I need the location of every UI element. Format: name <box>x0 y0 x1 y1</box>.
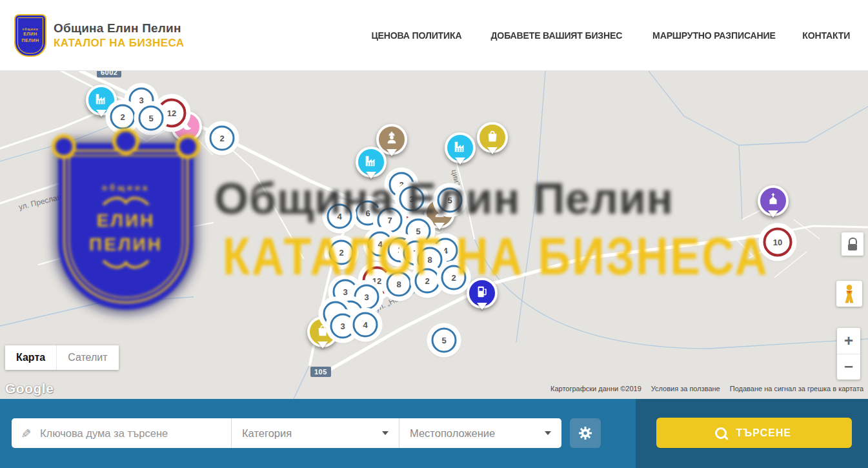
cluster-marker-5[interactable]: 5 <box>432 328 457 353</box>
fuel-icon <box>475 285 489 301</box>
church-icon <box>766 192 780 209</box>
crest-name-line2: ПЕЛИН <box>21 38 39 43</box>
factory-icon <box>453 139 467 156</box>
attribution-link[interactable]: Подаване на сигнал за грешка в картата <box>730 385 863 392</box>
keyword-search-input[interactable] <box>39 427 222 440</box>
zoom-in-button[interactable]: + <box>837 328 860 354</box>
nav-item-3[interactable]: КОНТАКТИ <box>803 30 851 41</box>
category-dropdown[interactable]: Категория <box>231 418 399 448</box>
cluster-marker-7[interactable]: 7 <box>378 208 403 233</box>
cluster-marker-2[interactable]: 2 <box>441 265 467 290</box>
zoom-control: + − <box>837 328 860 380</box>
cluster-marker-2[interactable]: 2 <box>110 105 136 130</box>
location-dropdown[interactable]: Местоположение <box>399 418 561 448</box>
worker-icon <box>385 131 399 148</box>
map-canvas[interactable]: 6002105 ул. Преславбул. „Новоселции" 321… <box>0 71 868 399</box>
cluster-marker-5[interactable]: 5 <box>406 219 431 244</box>
map-type-control: Карта Сателит <box>5 345 119 370</box>
chevron-down-icon <box>545 431 551 435</box>
nav-item-0[interactable]: ЦЕНОВА ПОЛИТИКА <box>372 30 462 41</box>
crest-name-line1: ЕЛИН <box>23 32 37 37</box>
attribution-link[interactable]: Условия за ползване <box>651 385 720 392</box>
pegman-icon <box>841 284 858 303</box>
factory-icon <box>94 92 108 108</box>
attribution-text: Картографски данни ©2019 <box>550 385 641 392</box>
cluster-marker-4[interactable]: 4 <box>327 204 352 229</box>
bag-pin[interactable] <box>477 122 508 153</box>
gear-icon <box>578 426 592 440</box>
factory-pin[interactable] <box>445 132 476 163</box>
location-dropdown-label: Местоположение <box>410 427 495 440</box>
cluster-marker-8[interactable]: 8 <box>387 272 412 297</box>
pencil-icon: ✎ <box>18 428 33 438</box>
cluster-marker-5[interactable]: 5 <box>438 188 463 213</box>
street-view-pegman-button[interactable] <box>836 281 862 307</box>
crest-small-text: община <box>22 27 38 31</box>
main-nav: ЦЕНОВА ПОЛИТИКАДОБАВЕТЕ ВАШИЯТ БИЗНЕСМАР… <box>368 30 852 41</box>
fuel-pin[interactable] <box>467 278 498 309</box>
bag-icon <box>485 129 500 146</box>
cluster-marker-5[interactable]: 5 <box>139 106 164 131</box>
logo-group[interactable]: община ЕЛИН ПЕЛИН Община Елин Пелин КАТА… <box>14 14 184 57</box>
google-logo[interactable]: Google <box>5 381 54 396</box>
cluster-marker-6[interactable]: 6 <box>356 201 381 226</box>
factory-pin[interactable] <box>356 147 387 178</box>
site-subtitle: КАТАЛОГ НА БИЗНЕСА <box>54 37 184 50</box>
nav-item-1[interactable]: ДОБАВЕТЕ ВАШИЯТ БИЗНЕС <box>490 30 622 41</box>
fullscreen-lock-button[interactable] <box>842 232 863 256</box>
zoom-out-button[interactable]: − <box>837 354 860 380</box>
nav-item-2[interactable]: МАРШРУТНО РАЗПИСАНИЕ <box>652 30 776 41</box>
road-number-badge: 105 <box>310 367 331 377</box>
satellite-type-button[interactable]: Сателит <box>56 345 118 370</box>
cluster-marker-4[interactable]: 4 <box>353 312 378 338</box>
lock-icon <box>849 238 857 244</box>
cluster-marker-2[interactable]: 2 <box>415 269 440 294</box>
cluster-marker-3[interactable]: 3 <box>399 187 425 212</box>
cluster-marker-10[interactable]: 10 <box>763 228 792 257</box>
map-type-button[interactable]: Карта <box>5 345 56 370</box>
municipality-crest-logo: община ЕЛИН ПЕЛИН <box>14 14 46 57</box>
category-dropdown-label: Категория <box>242 427 292 440</box>
search-bar: ✎ Категория Местоположение <box>0 399 868 468</box>
cluster-marker-2[interactable]: 2 <box>329 240 354 265</box>
search-box: ✎ Категория Местоположение <box>12 418 561 448</box>
advanced-settings-button[interactable] <box>570 418 601 448</box>
bag-icon <box>316 323 330 340</box>
map-attribution: Картографски данни ©2019Условия за ползв… <box>550 385 863 392</box>
cluster-marker-3[interactable]: 3 <box>330 314 356 339</box>
road-number-badge: 6002 <box>97 71 121 77</box>
search-icon <box>715 427 727 439</box>
search-submit-button[interactable]: ТЪРСЕНЕ <box>656 418 852 448</box>
chevron-down-icon <box>382 431 389 435</box>
cluster-marker-2[interactable]: 2 <box>210 126 235 151</box>
site-title: Община Елин Пелин <box>54 21 184 36</box>
church-pin[interactable] <box>758 185 789 216</box>
search-button-label: ТЪРСЕНЕ <box>736 427 792 440</box>
factory-icon <box>364 154 378 170</box>
site-header: община ЕЛИН ПЕЛИН Община Елин Пелин КАТА… <box>0 0 868 71</box>
